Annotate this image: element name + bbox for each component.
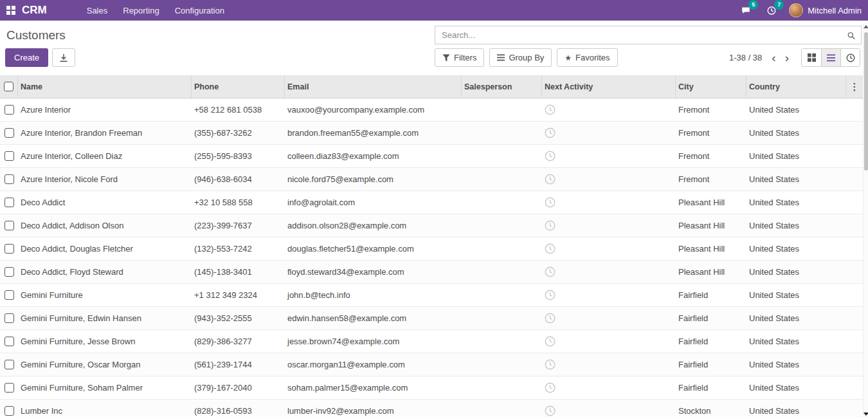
- next-activity-clock-icon[interactable]: [545, 151, 556, 162]
- row-checkbox[interactable]: [5, 198, 14, 207]
- row-checkbox[interactable]: [5, 151, 14, 161]
- next-activity-clock-icon[interactable]: [545, 336, 556, 347]
- create-button[interactable]: Create: [5, 48, 48, 67]
- user-menu[interactable]: Mitchell Admin: [789, 3, 862, 17]
- column-header-city[interactable]: City: [676, 75, 746, 98]
- scroll-up-arrow[interactable]: [863, 25, 868, 28]
- row-checkbox[interactable]: [5, 174, 14, 184]
- next-activity-clock-icon[interactable]: [545, 174, 556, 185]
- select-all-checkbox[interactable]: [4, 82, 14, 91]
- user-name: Mitchell Admin: [808, 6, 862, 15]
- row-checkbox[interactable]: [5, 105, 14, 115]
- table-row[interactable]: Gemini Furniture, Oscar Morgan(561)-239-…: [0, 353, 863, 376]
- menu-sales[interactable]: Sales: [79, 0, 116, 21]
- column-header-next-activity[interactable]: Next Activity: [542, 75, 676, 98]
- cell-name: Azure Interior, Colleen Diaz: [18, 145, 192, 167]
- download-icon: [59, 53, 68, 62]
- menu-reporting[interactable]: Reporting: [115, 0, 167, 21]
- table-row[interactable]: Gemini Furniture+1 312 349 2324john.b@te…: [0, 284, 863, 307]
- row-checkbox[interactable]: [5, 360, 14, 369]
- vertical-scrollbar[interactable]: [863, 23, 868, 417]
- apps-menu-button[interactable]: [0, 0, 22, 21]
- scrollbar-thumb[interactable]: [864, 32, 868, 171]
- row-options-spacer: [846, 98, 863, 121]
- row-options-spacer: [846, 261, 863, 283]
- app-title[interactable]: CRM: [22, 4, 47, 17]
- messages-button[interactable]: 5: [737, 2, 754, 19]
- next-activity-clock-icon[interactable]: [545, 127, 556, 138]
- column-header-country[interactable]: Country: [746, 75, 846, 98]
- table-row[interactable]: Deco Addict, Floyd Steward(145)-138-3401…: [0, 261, 863, 284]
- table-row[interactable]: Gemini Furniture, Jesse Brown(829)-386-3…: [0, 330, 863, 353]
- table-row[interactable]: Deco Addict+32 10 588 558info@agrolait.c…: [0, 191, 863, 214]
- activity-view-button[interactable]: [840, 49, 860, 66]
- next-activity-clock-icon[interactable]: [545, 290, 556, 301]
- row-checkbox[interactable]: [5, 313, 14, 323]
- filters-button[interactable]: Filters: [435, 48, 484, 67]
- row-checkbox[interactable]: [5, 244, 14, 254]
- cell-name: Gemini Furniture, Edwin Hansen: [18, 307, 192, 329]
- pager-previous-button[interactable]: ‹: [767, 51, 780, 64]
- activities-button[interactable]: 7: [763, 2, 780, 19]
- row-checkbox[interactable]: [5, 267, 14, 277]
- cell-salesperson: [462, 307, 542, 329]
- row-options-spacer: [846, 330, 863, 353]
- list-view-button[interactable]: [821, 49, 840, 66]
- cell-country: United States: [746, 284, 846, 306]
- row-select-cell: [0, 214, 18, 237]
- next-activity-clock-icon[interactable]: [545, 197, 556, 208]
- cell-email: john.b@tech.info: [285, 284, 462, 306]
- favorite-star-icon: ★: [565, 53, 572, 62]
- next-activity-clock-icon[interactable]: [545, 359, 556, 370]
- cell-phone: (379)-167-2040: [192, 376, 285, 399]
- column-header-email[interactable]: Email: [285, 75, 462, 98]
- row-options-spacer: [846, 168, 863, 190]
- kanban-view-button[interactable]: [802, 49, 821, 66]
- row-checkbox[interactable]: [5, 290, 14, 300]
- next-activity-clock-icon[interactable]: [545, 382, 556, 393]
- kanban-icon: [808, 53, 816, 62]
- table-row[interactable]: Azure Interior, Brandon Freeman(355)-687…: [0, 122, 863, 145]
- column-header-phone[interactable]: Phone: [192, 75, 285, 98]
- pager-next-button[interactable]: ›: [781, 51, 793, 64]
- next-activity-clock-icon[interactable]: [545, 405, 556, 416]
- row-checkbox[interactable]: [5, 383, 14, 393]
- search-filters-bar: Filters Group By ★ Favorites: [435, 48, 618, 67]
- row-checkbox[interactable]: [5, 406, 14, 416]
- scroll-down-arrow[interactable]: [863, 412, 868, 416]
- export-button[interactable]: [52, 48, 75, 67]
- search-input[interactable]: [435, 26, 862, 44]
- row-checkbox[interactable]: [5, 337, 14, 346]
- favorites-button[interactable]: ★ Favorites: [557, 48, 617, 67]
- next-activity-clock-icon[interactable]: [545, 313, 556, 324]
- cell-name: Gemini Furniture, Jesse Brown: [18, 330, 192, 353]
- next-activity-clock-icon[interactable]: [545, 220, 556, 231]
- cell-email: vauxoo@yourcompany.example.com: [285, 98, 462, 121]
- next-activity-clock-icon[interactable]: [545, 104, 556, 115]
- search-icon[interactable]: [844, 28, 859, 42]
- table-row[interactable]: Azure Interior, Nicole Ford(946)-638-603…: [0, 168, 863, 191]
- avatar: [789, 3, 803, 17]
- group-by-button[interactable]: Group By: [489, 48, 552, 67]
- next-activity-clock-icon[interactable]: [545, 243, 556, 254]
- view-switcher: [801, 48, 860, 67]
- row-checkbox[interactable]: [5, 221, 14, 230]
- table-row[interactable]: Deco Addict, Addison Olson(223)-399-7637…: [0, 214, 863, 237]
- next-activity-clock-icon[interactable]: [545, 266, 556, 277]
- optional-columns-toggle[interactable]: ⋮: [847, 81, 862, 93]
- table-row[interactable]: Deco Addict, Douglas Fletcher(132)-553-7…: [0, 237, 863, 261]
- cell-email: edwin.hansen58@example.com: [285, 307, 462, 329]
- table-row[interactable]: Azure Interior+58 212 681 0538vauxoo@you…: [0, 98, 863, 122]
- table-row[interactable]: Gemini Furniture, Soham Palmer(379)-167-…: [0, 376, 863, 400]
- cell-city: Fairfield: [676, 353, 746, 376]
- column-header-salesperson[interactable]: Salesperson: [462, 75, 542, 98]
- row-checkbox[interactable]: [5, 128, 14, 138]
- table-row[interactable]: Lumber Inc(828)-316-0593lumber-inv92@exa…: [0, 400, 863, 417]
- cell-phone: (145)-138-3401: [192, 261, 285, 283]
- table-row[interactable]: Gemini Furniture, Edwin Hansen(943)-352-…: [0, 307, 863, 330]
- cell-name: Azure Interior, Brandon Freeman: [18, 122, 192, 144]
- menu-configuration[interactable]: Configuration: [167, 0, 232, 21]
- table-row[interactable]: Azure Interior, Colleen Diaz(255)-595-83…: [0, 145, 863, 168]
- column-header-name[interactable]: Name: [18, 75, 192, 98]
- cell-next-activity: [542, 122, 676, 144]
